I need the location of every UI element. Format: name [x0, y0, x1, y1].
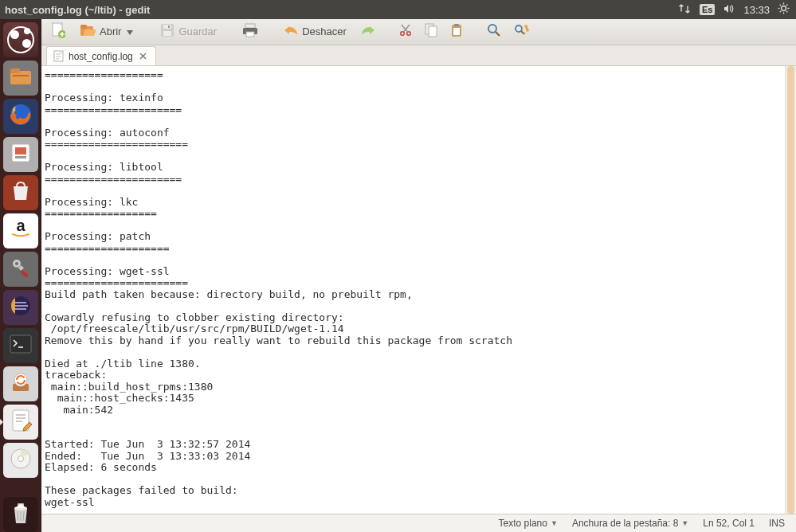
- firefox-icon: [8, 102, 33, 131]
- document-tab[interactable]: host_config.log: [46, 46, 156, 65]
- syntax-combo[interactable]: Texto plano ▼: [499, 518, 558, 529]
- redo-icon: [361, 25, 375, 38]
- sound-indicator[interactable]: [723, 3, 735, 17]
- keyboard-layout-badge: Es: [700, 4, 715, 15]
- copy-button[interactable]: [420, 22, 442, 42]
- clipboard-icon: [450, 23, 463, 40]
- new-doc-icon: [51, 22, 65, 41]
- session-indicator[interactable]: [778, 2, 790, 17]
- svg-point-49: [406, 32, 410, 36]
- svg-rect-50: [425, 24, 433, 34]
- launcher-firefox[interactable]: [3, 99, 38, 134]
- launcher-amazon[interactable]: a: [3, 213, 38, 248]
- launcher-ubuntu-software[interactable]: [3, 175, 38, 210]
- network-indicator[interactable]: [679, 3, 692, 17]
- shopping-bag-icon: [10, 180, 31, 205]
- launcher-files[interactable]: [3, 61, 38, 96]
- svg-rect-9: [10, 71, 31, 84]
- clock-indicator[interactable]: 13:33: [743, 4, 770, 16]
- svg-rect-42: [163, 25, 171, 29]
- text-editor-content[interactable]: =================== Processing: texinfo …: [41, 66, 785, 514]
- svg-point-30: [11, 449, 30, 468]
- svg-line-6: [786, 11, 787, 12]
- save-label: Guardar: [178, 25, 217, 37]
- svg-rect-43: [163, 31, 171, 36]
- tab-label: host_config.log: [69, 51, 133, 62]
- svg-rect-24: [13, 384, 29, 391]
- undo-label: Deshacer: [302, 25, 347, 37]
- svg-rect-26: [13, 410, 29, 431]
- eclipse-icon: [9, 294, 33, 321]
- paste-button[interactable]: [445, 22, 468, 42]
- window-title: host_config.log (~/ltib) - gedit: [5, 4, 150, 16]
- svg-line-56: [496, 32, 500, 36]
- svg-text:a: a: [16, 217, 25, 234]
- svg-rect-53: [454, 24, 459, 26]
- svg-rect-11: [13, 75, 29, 76]
- save-button[interactable]: Guardar: [154, 22, 223, 42]
- svg-rect-47: [246, 32, 254, 37]
- svg-line-8: [780, 11, 781, 12]
- syntax-label: Texto plano: [499, 518, 547, 529]
- close-icon: [139, 51, 147, 62]
- keyboard-indicator[interactable]: Es: [700, 4, 715, 15]
- svg-rect-40: [80, 25, 87, 29]
- open-button[interactable]: Abrir: [73, 22, 139, 42]
- svg-point-31: [18, 456, 23, 462]
- vertical-scrollbar[interactable]: [785, 66, 796, 514]
- svg-point-55: [488, 25, 496, 33]
- svg-rect-45: [245, 24, 255, 28]
- launcher-trash[interactable]: [3, 497, 38, 532]
- launcher-disc[interactable]: [3, 443, 38, 478]
- cut-button[interactable]: [394, 22, 417, 42]
- svg-line-58: [521, 31, 524, 34]
- top-menubar: host_config.log (~/ltib) - gedit Es 13:3…: [0, 0, 796, 19]
- launcher-system-settings[interactable]: [3, 252, 38, 287]
- scrollbar-thumb[interactable]: [787, 66, 794, 514]
- chevron-down-icon: ▼: [681, 519, 688, 527]
- wrench-gear-icon: [9, 256, 33, 283]
- print-button[interactable]: [237, 22, 263, 42]
- new-document-button[interactable]: [46, 22, 70, 42]
- svg-point-18: [13, 260, 21, 268]
- launcher-software-updater[interactable]: [3, 366, 38, 401]
- svg-point-21: [11, 296, 30, 315]
- svg-line-36: [23, 511, 24, 521]
- chevron-down-icon: [127, 25, 133, 37]
- launcher-eclipse[interactable]: [3, 290, 38, 325]
- open-folder-icon: [80, 23, 96, 40]
- svg-rect-51: [429, 26, 437, 37]
- svg-rect-10: [10, 68, 20, 73]
- svg-line-34: [18, 511, 18, 521]
- document-icon: [53, 50, 64, 62]
- tab-width-label: Anchura de la pestaña: 8: [572, 518, 678, 529]
- cursor-position: Ln 52, Col 1: [703, 518, 755, 529]
- editor-area: =================== Processing: texinfo …: [41, 66, 796, 514]
- svg-point-12: [10, 104, 31, 125]
- open-label: Abrir: [100, 25, 121, 37]
- launcher-terminal[interactable]: [3, 328, 38, 363]
- search-icon: [487, 23, 501, 40]
- volume-icon: [723, 3, 735, 17]
- svg-rect-41: [161, 24, 174, 37]
- svg-rect-13: [12, 144, 29, 162]
- presentation-icon: [10, 142, 32, 167]
- svg-point-25: [14, 374, 27, 386]
- find-replace-button[interactable]: [509, 22, 535, 42]
- undo-button[interactable]: Deshacer: [277, 22, 353, 42]
- tab-close-button[interactable]: [138, 51, 149, 62]
- launcher-dash[interactable]: [3, 22, 38, 57]
- text-editor-icon: [10, 409, 32, 436]
- tab-width-combo[interactable]: Anchura de la pestaña: 8 ▼: [572, 518, 688, 529]
- chevron-down-icon: ▼: [551, 519, 558, 527]
- save-icon: [160, 23, 174, 40]
- svg-rect-22: [10, 335, 31, 353]
- launcher-gedit[interactable]: [3, 405, 38, 440]
- indicator-area: Es 13:33: [679, 2, 790, 17]
- launcher-impress[interactable]: [3, 137, 38, 172]
- find-button[interactable]: [482, 22, 506, 42]
- svg-rect-14: [12, 144, 29, 162]
- printer-icon: [242, 23, 258, 40]
- status-bar: Texto plano ▼ Anchura de la pestaña: 8 ▼…: [41, 514, 796, 532]
- redo-button[interactable]: [356, 22, 380, 42]
